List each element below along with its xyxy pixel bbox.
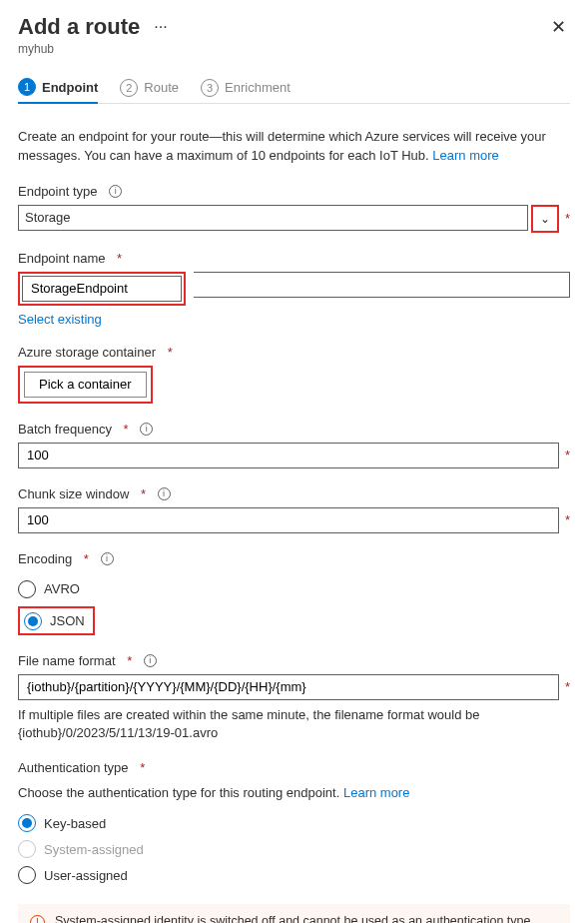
endpoint-type-label: Endpoint type xyxy=(18,184,98,199)
auth-key-based-radio[interactable]: Key-based xyxy=(18,814,570,832)
batch-frequency-input[interactable] xyxy=(18,443,559,468)
endpoint-type-value: Storage xyxy=(25,210,521,225)
warning-banner: ! System-assigned identity is switched o… xyxy=(18,904,570,923)
more-icon[interactable]: ··· xyxy=(154,18,167,36)
intro-text: Create an endpoint for your route—this w… xyxy=(18,128,570,166)
step-number: 1 xyxy=(18,78,36,96)
filename-format-input[interactable] xyxy=(18,674,559,700)
step-number: 3 xyxy=(201,79,219,97)
chunk-label: Chunk size window xyxy=(18,486,129,501)
filename-note: If multiple files are created within the… xyxy=(18,706,570,742)
radio-label: System-assigned xyxy=(44,842,144,857)
info-icon[interactable]: i xyxy=(109,185,122,198)
endpoint-type-select[interactable]: Storage xyxy=(18,205,528,231)
stepper: 1 Endpoint 2 Route 3 Enrichment xyxy=(18,74,570,104)
subtitle: myhub xyxy=(18,42,570,56)
chunk-size-input[interactable] xyxy=(18,507,559,533)
step-label: Route xyxy=(144,80,179,95)
radio-label: Key-based xyxy=(44,816,106,831)
step-enrichment[interactable]: 3 Enrichment xyxy=(201,74,291,103)
warning-text: System-assigned identity is switched off… xyxy=(55,914,534,923)
filename-label: File name format xyxy=(18,653,116,668)
radio-label: User-assigned xyxy=(44,868,128,883)
step-number: 2 xyxy=(120,79,138,97)
radio-label: JSON xyxy=(50,613,85,628)
auth-desc: Choose the authentication type for this … xyxy=(18,785,570,800)
warning-icon: ! xyxy=(30,915,45,923)
radio-label: AVRO xyxy=(44,581,80,596)
learn-more-link[interactable]: Learn more xyxy=(432,148,498,163)
page-title: Add a route xyxy=(18,14,140,40)
container-label: Azure storage container xyxy=(18,345,156,360)
encoding-avro-radio[interactable]: AVRO xyxy=(18,580,95,598)
step-label: Endpoint xyxy=(42,80,98,95)
info-icon[interactable]: i xyxy=(158,487,171,500)
required-marker: * xyxy=(563,211,570,226)
auth-type-label: Authentication type xyxy=(18,760,129,775)
step-endpoint[interactable]: 1 Endpoint xyxy=(18,74,98,104)
info-icon[interactable]: i xyxy=(101,552,114,565)
close-icon[interactable]: ✕ xyxy=(547,16,570,38)
encoding-json-radio[interactable]: JSON xyxy=(24,612,85,630)
encoding-label: Encoding xyxy=(18,551,72,566)
auth-learn-more-link[interactable]: Learn more xyxy=(343,785,409,800)
info-icon[interactable]: i xyxy=(140,423,153,436)
select-existing-link[interactable]: Select existing xyxy=(18,312,102,327)
endpoint-name-label: Endpoint name xyxy=(18,251,105,266)
endpoint-name-input[interactable] xyxy=(22,276,182,302)
info-icon[interactable]: i xyxy=(144,654,157,667)
pick-container-button[interactable]: Pick a container xyxy=(24,372,147,398)
endpoint-name-input-ext[interactable] xyxy=(194,272,570,298)
auth-system-assigned-radio: System-assigned xyxy=(18,840,570,858)
chevron-down-icon[interactable]: ⌄ xyxy=(533,207,557,231)
step-label: Enrichment xyxy=(225,80,291,95)
step-route[interactable]: 2 Route xyxy=(120,74,179,103)
auth-user-assigned-radio[interactable]: User-assigned xyxy=(18,866,570,884)
batch-label: Batch frequency xyxy=(18,422,112,437)
